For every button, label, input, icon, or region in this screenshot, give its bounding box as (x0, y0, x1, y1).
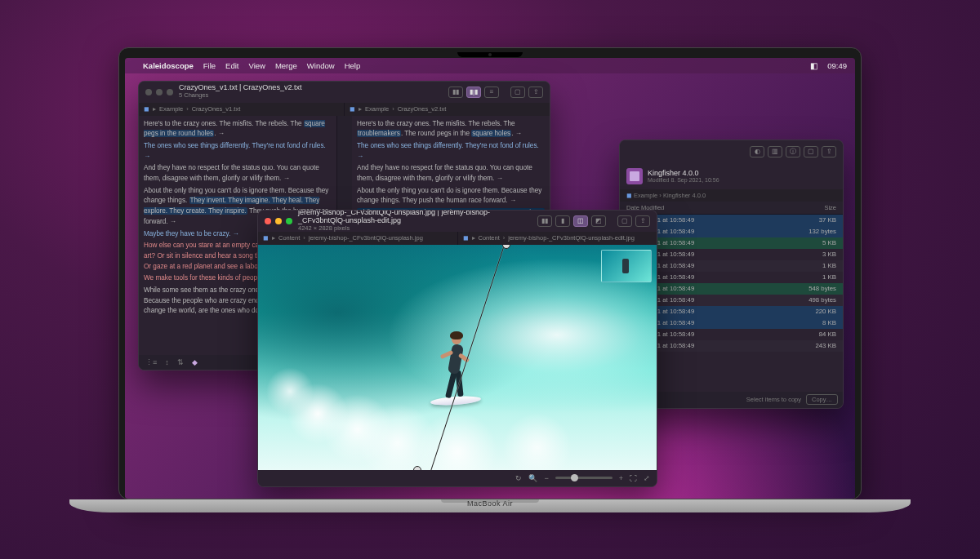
side-indicator-a: ◼ (626, 192, 632, 199)
zoom-icon[interactable]: 🔍 (528, 474, 537, 482)
toggle-appearance-icon[interactable]: ◐ (750, 146, 764, 157)
filter-conflict-icon[interactable]: ⇅ (177, 358, 184, 366)
image-compare-canvas[interactable] (258, 245, 657, 470)
text-window-titlebar[interactable]: CrazyOnes_v1.txt | CrazyOnes_v2.txt 5 Ch… (139, 82, 550, 103)
breadcrumb[interactable]: Example (365, 105, 389, 113)
columns-icon[interactable]: ▥ (768, 146, 782, 157)
view-unified-icon[interactable]: ≡ (484, 87, 499, 98)
filter-changed-icon[interactable]: ↕ (165, 358, 169, 366)
fullscreen-button[interactable] (167, 89, 173, 95)
breadcrumb-file[interactable]: jeremy-bishop-_CFv3bntQlQ-unsplash-edit.… (508, 234, 635, 242)
share-icon[interactable]: ⇪ (822, 146, 836, 157)
footer-hint: Select items to copy (746, 396, 801, 403)
side-indicator-a: ◼ (263, 234, 269, 242)
breadcrumb-file[interactable]: CrazyOnes_v1.txt (192, 105, 241, 113)
menu-window[interactable]: Window (307, 61, 335, 70)
folder-icon: ▸ (359, 105, 362, 113)
filter-color-icon[interactable]: ◆ (192, 358, 198, 366)
sidebar-icon[interactable]: ▢ (617, 215, 632, 227)
view-split-icon[interactable]: ◫ (573, 215, 588, 227)
minimize-button[interactable] (275, 218, 282, 224)
diff-line[interactable]: About the only thing you can't do is ign… (357, 186, 545, 206)
sidebar-icon[interactable]: ▢ (510, 87, 525, 98)
filter-all-icon[interactable]: ⋮≡ (145, 358, 157, 366)
window-title: jeremy-bishop-_CFv3bntQlQ-unsplash.jpg |… (298, 210, 532, 226)
image-window-titlebar[interactable]: jeremy-bishop-_CFv3bntQlQ-unsplash.jpg |… (258, 211, 657, 232)
folder-icon: ▸ (153, 105, 156, 113)
diff-line[interactable]: Here's to the crazy ones. The misfits. T… (357, 119, 545, 140)
menu-edit[interactable]: Edit (225, 61, 238, 70)
menu-file[interactable]: File (203, 61, 216, 70)
diff-line[interactable]: And they have no respect for the status … (357, 163, 545, 184)
image-diff-window: jeremy-bishop-_CFv3bntQlQ-unsplash.jpg |… (257, 210, 657, 487)
image-path-bar: ◼ ▸ Content › jeremy-bishop-_CFv3bntQlQ-… (258, 232, 657, 245)
view-blocks-icon[interactable]: ▮▮ (448, 87, 463, 98)
fullscreen-button[interactable] (286, 218, 292, 224)
fit-icon[interactable]: ⛶ (630, 474, 637, 482)
menu-view[interactable]: View (248, 61, 265, 70)
breadcrumb[interactable]: Example (159, 105, 183, 113)
zoom-slider[interactable] (555, 477, 612, 479)
files-subtitle: Modified 8. Sep 2021, 10:56 (648, 177, 719, 183)
macos-menubar: Kaleidoscope File Edit View Merge Window… (125, 58, 855, 73)
menu-help[interactable]: Help (345, 61, 361, 70)
breadcrumb[interactable]: Content (278, 234, 300, 242)
diff-line[interactable]: And they have no respect for the status … (144, 163, 332, 184)
macbook-frame: Kaleidoscope File Edit View Merge Window… (118, 47, 862, 512)
share-icon[interactable]: ⇪ (528, 87, 543, 98)
view-fluid-icon[interactable]: ▮|▮ (466, 87, 481, 98)
view-twoup-icon[interactable]: ▮▮ (537, 215, 552, 227)
share-icon[interactable]: ⇪ (635, 215, 650, 227)
info-icon[interactable]: ⓘ (786, 146, 800, 157)
view-oneup-icon[interactable]: ▮ (555, 215, 570, 227)
sidebar-icon[interactable]: ▢ (804, 146, 818, 157)
diff-line[interactable]: Here's to the crazy ones. The misfits. T… (144, 119, 332, 140)
view-difference-icon[interactable]: ◩ (591, 215, 606, 227)
macbook-label: MacBook Air (467, 499, 513, 508)
side-indicator-b: ◼ (463, 234, 469, 242)
breadcrumb[interactable]: Example (634, 192, 657, 199)
breadcrumb[interactable]: Content (479, 234, 500, 242)
folderset-icon (626, 168, 643, 184)
files-title: Kingfisher 4.0.0 (648, 169, 719, 177)
copy-button[interactable]: Copy… (806, 394, 838, 405)
col-size[interactable]: Size (795, 204, 836, 211)
zoom-in[interactable]: + (619, 474, 623, 482)
breadcrumb[interactable]: Kingfisher 4.0.0 (663, 192, 706, 199)
surfer-figure (434, 330, 483, 419)
close-button[interactable] (145, 89, 152, 95)
zoom-out[interactable]: − (544, 474, 548, 482)
side-indicator-b: ◼ (350, 105, 355, 113)
diff-line[interactable]: The ones who see things differently. The… (357, 141, 545, 162)
image-window-footer: ↻ 🔍 − + ⛶ ⤢ (258, 470, 657, 486)
menu-merge[interactable]: Merge (275, 61, 297, 70)
text-path-bar: ◼ ▸ Example › CrazyOnes_v1.txt ◼ ▸ Examp… (139, 103, 550, 116)
desktop-screen: Kaleidoscope File Edit View Merge Window… (125, 58, 855, 499)
breadcrumb-file[interactable]: CrazyOnes_v2.txt (398, 105, 447, 113)
side-indicator-a: ◼ (144, 105, 149, 113)
navigator-thumbnail[interactable] (601, 250, 652, 282)
minimize-button[interactable] (156, 89, 163, 95)
window-subtitle: 5 Changes (179, 92, 301, 99)
files-window-titlebar[interactable]: ◐ ▥ ⓘ ▢ ⇪ (620, 140, 843, 163)
camera-notch (457, 52, 523, 57)
control-center-icon[interactable]: ◧ (810, 61, 817, 70)
breadcrumb-file[interactable]: jeremy-bishop-_CFv3bntQlQ-unsplash.jpg (309, 234, 423, 242)
close-button[interactable] (265, 218, 271, 224)
app-name[interactable]: Kaleidoscope (143, 61, 194, 70)
fullscreen-icon[interactable]: ⤢ (644, 474, 650, 482)
rotate-icon[interactable]: ↻ (515, 474, 522, 482)
diff-line[interactable]: The ones who see things differently. The… (144, 141, 332, 162)
menubar-clock[interactable]: 09:49 (827, 61, 847, 70)
